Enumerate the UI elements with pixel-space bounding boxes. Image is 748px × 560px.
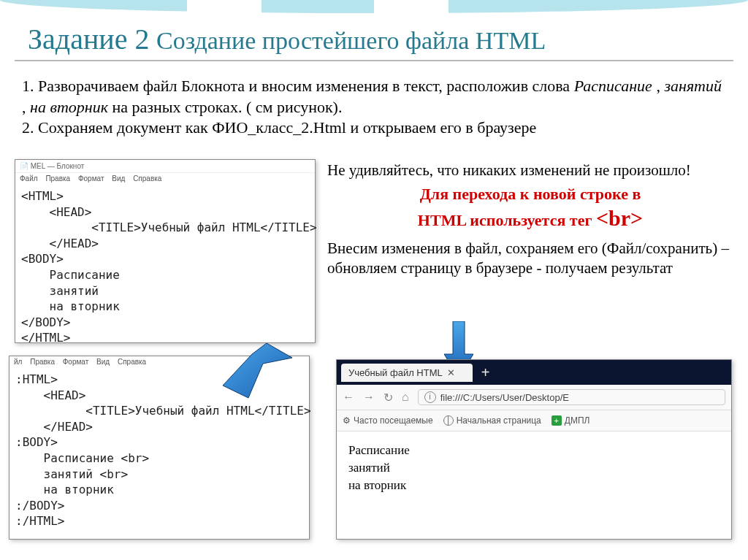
notepad-icon: 📄 [20, 162, 28, 170]
right-text-block: Не удивляйтесь, что никаких изменений не… [327, 161, 733, 277]
menu-view[interactable]: Вид [96, 358, 110, 366]
home-icon[interactable]: ⌂ [402, 391, 409, 404]
menu-view[interactable]: Вид [112, 174, 125, 183]
browser-toolbar: ← → ↻ ⌂ i file:///C:/Users/User/Desktop/… [337, 385, 731, 410]
new-tab-button[interactable]: + [481, 364, 490, 381]
title-underline [15, 60, 733, 61]
note-save-refresh: Внесим изменения в файл, сохраняем его (… [327, 239, 733, 277]
red-highlight: Для перехода к новой строке в HTML испол… [327, 184, 733, 231]
title-part2: Создание простейшего файла HTML [156, 27, 546, 54]
browser-tabstrip: Учебный файл HTML ✕ + [337, 360, 731, 385]
gear-icon: ⚙ [343, 415, 351, 426]
page-line-1: Расписание [348, 442, 720, 459]
notepad-code-1: <HTML> <HEAD> <TITLE>Учебный файл HTML</… [15, 185, 315, 349]
browser-viewport: Расписание занятий на вторник [337, 431, 731, 504]
close-icon[interactable]: ✕ [447, 367, 455, 378]
menu-file[interactable]: йл [14, 358, 22, 366]
note-no-change: Не удивляйтесь, что никаких изменений не… [327, 161, 733, 180]
back-icon[interactable]: ← [343, 391, 354, 404]
notepad-window-1: 📄 MEL — Блокнот Файл Правка Формат Вид С… [15, 159, 316, 343]
menu-edit[interactable]: Правка [45, 174, 70, 183]
slide-title: Задание 2 Создание простейшего файла HTM… [28, 22, 546, 56]
menu-edit[interactable]: Правка [30, 358, 55, 366]
title-part1: Задание 2 [28, 23, 149, 55]
decorative-wave [0, 0, 748, 13]
menu-help[interactable]: Справка [118, 358, 146, 366]
info-icon: i [424, 391, 436, 403]
page-line-3: на вторник [348, 477, 720, 494]
site-icon: + [552, 415, 562, 426]
url-text: file:///C:/Users/User/Desktop/E [440, 392, 569, 403]
browser-tab[interactable]: Учебный файл HTML ✕ [341, 364, 473, 382]
tab-title: Учебный файл HTML [348, 367, 443, 378]
bookmarks-bar: ⚙ Часто посещаемые Начальная страница + … [337, 410, 731, 431]
instructions-block: 1. Разворачиваем файл Блокнота и вносим … [22, 76, 726, 139]
instruction-1: 1. Разворачиваем файл Блокнота и вносим … [22, 76, 726, 118]
menu-file[interactable]: Файл [20, 174, 38, 183]
forward-icon[interactable]: → [363, 391, 375, 404]
globe-icon [443, 415, 454, 426]
menu-format[interactable]: Формат [63, 358, 89, 366]
bookmark-frequent[interactable]: ⚙ Часто посещаемые [343, 415, 433, 426]
reload-icon[interactable]: ↻ [383, 391, 393, 404]
bookmark-startpage[interactable]: Начальная страница [443, 415, 541, 426]
page-line-2: занятий [348, 459, 720, 477]
notepad-menubar: Файл Правка Формат Вид Справка [15, 173, 315, 185]
arrow-diagonal-icon [223, 343, 296, 402]
svg-marker-0 [223, 343, 292, 398]
browser-window: Учебный файл HTML ✕ + ← → ↻ ⌂ i file:///… [336, 359, 732, 540]
instruction-2: 2. Сохраняем документ как ФИО_класс_2.Ht… [22, 118, 726, 139]
notepad-titlebar: 📄 MEL — Блокнот [15, 160, 315, 173]
menu-help[interactable]: Справка [133, 174, 161, 183]
bookmark-dmpl[interactable]: + ДМПЛ [552, 415, 590, 426]
menu-format[interactable]: Формат [78, 174, 104, 183]
url-bar[interactable]: i file:///C:/Users/User/Desktop/E [418, 389, 725, 405]
